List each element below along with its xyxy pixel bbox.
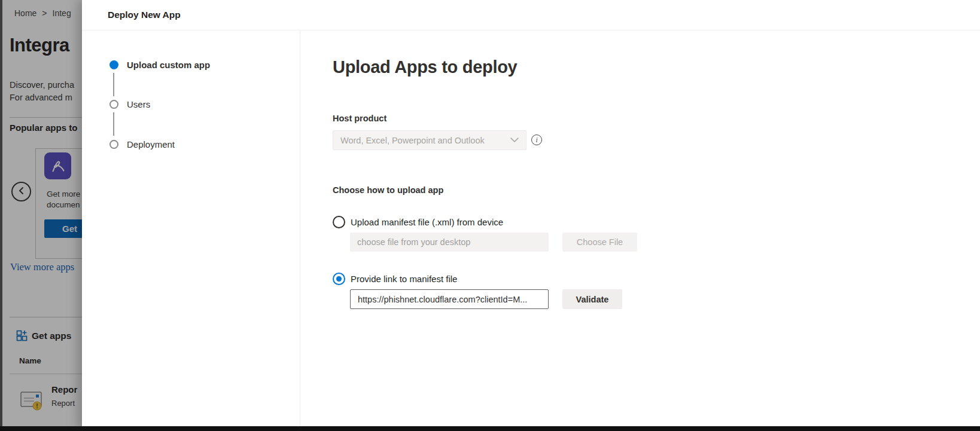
page-description-line1: Discover, purcha	[10, 79, 74, 91]
deploy-new-app-panel: Deploy New App Upload custom app Users D…	[82, 0, 980, 431]
info-icon[interactable]: i	[531, 135, 542, 145]
carousel-previous-button[interactable]	[11, 182, 31, 201]
adobe-acrobat-icon	[44, 152, 71, 179]
manifest-file-input[interactable]	[350, 233, 549, 252]
step-dot-deployment	[109, 140, 118, 149]
breadcrumb-separator: >	[42, 8, 47, 18]
page-description-line2: For advanced m	[10, 91, 74, 104]
app-card-description-line1: Get more	[47, 189, 80, 200]
manifest-link-input[interactable]	[350, 289, 549, 309]
get-apps-label: Get apps	[32, 331, 71, 341]
radio-upload-manifest-file[interactable]	[333, 216, 345, 228]
row-title: Repor	[51, 384, 77, 395]
svg-text:!: !	[36, 403, 38, 409]
panel-title: Deploy New App	[108, 10, 181, 20]
window-left-edge	[0, 0, 2, 431]
host-product-dropdown[interactable]: Word, Excel, Powerpoint and Outlook	[333, 130, 526, 150]
divider	[10, 117, 82, 118]
step-label-deployment[interactable]: Deployment	[127, 139, 175, 149]
host-product-selected-value: Word, Excel, Powerpoint and Outlook	[340, 136, 485, 145]
step-dot-users	[109, 100, 118, 109]
page-description: Discover, purcha For advanced m	[10, 79, 74, 104]
content-title: Upload Apps to deploy	[333, 57, 517, 77]
chevron-left-icon	[17, 187, 26, 197]
divider	[10, 317, 82, 317]
radio-provide-link-label[interactable]: Provide link to manifest file	[351, 274, 457, 284]
radio-provide-link[interactable]	[333, 273, 345, 285]
breadcrumb-current: Integ	[53, 8, 71, 18]
table-row[interactable]: ! Repor Report	[20, 384, 77, 412]
divider	[300, 30, 300, 431]
popular-apps-heading: Popular apps to	[10, 123, 77, 133]
breadcrumb: Home > Integ	[14, 8, 71, 18]
chevron-down-icon	[510, 137, 519, 143]
step-label-users[interactable]: Users	[127, 99, 150, 109]
row-subtitle: Report	[51, 399, 77, 408]
view-more-apps-link[interactable]: View more apps	[10, 261, 74, 273]
choose-upload-label: Choose how to upload app	[333, 185, 443, 195]
host-product-label: Host product	[333, 114, 386, 123]
breadcrumb-home-link[interactable]: Home	[14, 8, 36, 18]
choose-file-button[interactable]: Choose File	[562, 233, 637, 252]
mail-warning-icon: !	[20, 388, 44, 412]
validate-button[interactable]: Validate	[562, 289, 622, 309]
step-connector	[113, 73, 114, 96]
step-dot-upload-custom-app	[109, 60, 118, 69]
name-column-header[interactable]: Name	[19, 356, 41, 365]
step-connector	[113, 112, 114, 136]
get-apps-button[interactable]: Get apps	[16, 330, 71, 341]
divider	[10, 374, 82, 374]
screen: Home > Integ Integra Discover, purcha Fo…	[0, 0, 980, 431]
page-title: Integra	[10, 35, 69, 56]
apps-add-grid-icon	[16, 330, 28, 341]
step-label-upload-custom-app[interactable]: Upload custom app	[127, 60, 210, 70]
app-card-description: Get more documen	[47, 189, 80, 210]
radio-upload-manifest-file-label[interactable]: Upload manifest file (.xml) from device	[351, 217, 503, 227]
divider	[82, 30, 980, 30]
window-bottom-edge	[0, 426, 980, 431]
app-card-description-line2: documen	[47, 200, 80, 210]
